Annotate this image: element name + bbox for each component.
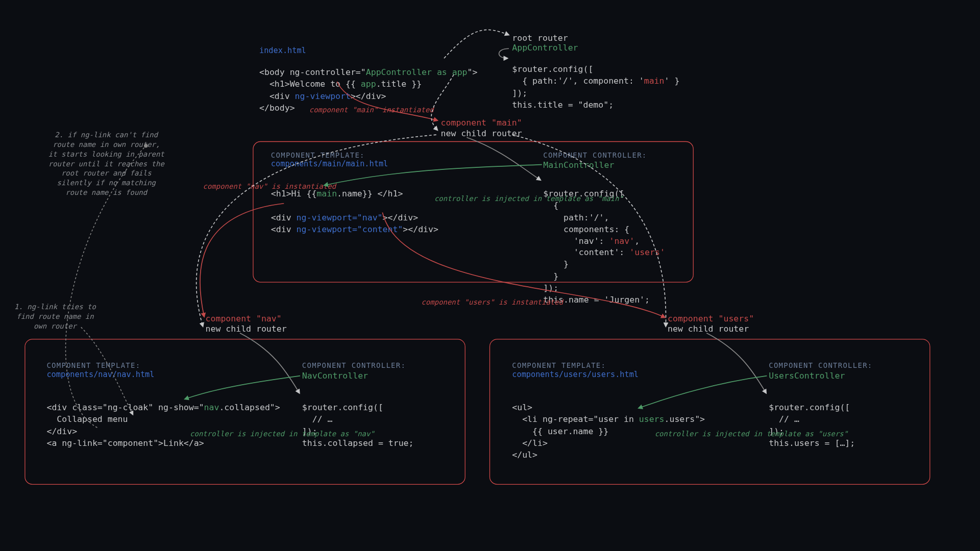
users-controller-config: $router.config([ // … ]); this.users = [… — [769, 390, 855, 449]
main-controller-name: MainController — [543, 159, 614, 171]
users-template-code: <ul> <li ng-repeat="user in users.users"… — [512, 390, 705, 461]
nav-template-heading: COMPONENT TEMPLATE: — [46, 362, 140, 370]
nav-controller-heading: COMPONENT CONTROLLER: — [302, 362, 406, 370]
nav-controller-config: $router.config([ // … ]); this.collapsed… — [302, 390, 414, 449]
annotation-nav-instantiated: component "nav" is instantiated — [203, 182, 336, 191]
nav-template-code: <div class="ng-cloak" ng-show="nav.colla… — [46, 390, 280, 449]
users-child-router-label: new child router — [668, 323, 749, 335]
annotation-inject-main: controller is injected in template as "m… — [434, 194, 623, 204]
index-filename: index.html — [259, 46, 306, 55]
annotation-main-instantiated: component "main" instantiated — [309, 106, 434, 115]
nav-child-router-label: new child router — [206, 323, 287, 335]
annotation-inject-users: controller is injected in template as "u… — [655, 430, 848, 439]
main-controller-heading: COMPONENT CONTROLLER: — [543, 151, 647, 160]
main-child-router-label: new child router — [441, 128, 522, 139]
users-template-path: components/users/users.html — [512, 370, 639, 379]
users-controller-name: UsersController — [769, 370, 845, 382]
annotation-users-instantiated: component "users" is instantiated — [422, 298, 564, 307]
main-template-path: components/main/main.html — [271, 159, 388, 168]
nav-template-path: components/nav/nav.html — [46, 370, 154, 379]
root-router-config: $router.config([ { path:'/', component: … — [512, 52, 679, 111]
main-template-heading: COMPONENT TEMPLATE: — [271, 151, 365, 160]
annotation-inject-nav: controller is injected in template as "n… — [190, 430, 375, 439]
side-note-1: 1. ng-link tries to find route name in o… — [10, 303, 101, 332]
users-template-heading: COMPONENT TEMPLATE: — [512, 362, 606, 370]
side-note-2: 2. if ng-link can't find route name in o… — [48, 131, 165, 198]
users-controller-heading: COMPONENT CONTROLLER: — [769, 362, 872, 370]
nav-controller-name: NavController — [302, 370, 368, 382]
